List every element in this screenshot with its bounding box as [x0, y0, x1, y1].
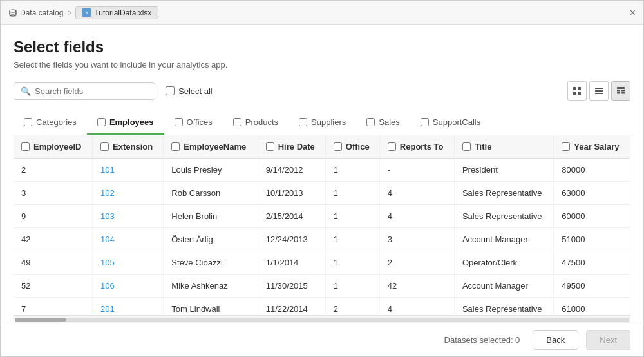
- col-header-extension: Extension: [93, 135, 164, 159]
- cell-employee_name: Östen Ärlig: [164, 228, 258, 251]
- tab-checkbox-suppliers[interactable]: [299, 118, 307, 126]
- tab-supportcalls[interactable]: SupportCalls: [410, 111, 491, 135]
- svg-rect-3: [573, 92, 576, 95]
- file-tab-label: TutorialData.xlsx: [94, 8, 151, 17]
- tab-checkbox-sales[interactable]: [366, 118, 375, 126]
- col-checkbox-office[interactable]: [334, 142, 342, 151]
- cell-employee_name: Mike Ashkenaz: [164, 275, 258, 298]
- tab-offices[interactable]: Offices: [164, 111, 223, 135]
- col-checkbox-employee_name[interactable]: [171, 142, 180, 151]
- table-container[interactable]: EmployeeIDExtensionEmployeeNameHire Date…: [14, 135, 630, 315]
- tab-label-sales: Sales: [379, 117, 400, 127]
- col-label-employee_name: EmployeeName: [184, 142, 246, 151]
- tab-categories[interactable]: Categories: [14, 111, 87, 135]
- col-checkbox-reports_to[interactable]: [388, 142, 396, 151]
- select-all-checkbox[interactable]: [166, 86, 175, 95]
- svg-rect-7: [595, 93, 603, 94]
- svg-rect-9: [617, 90, 620, 92]
- tab-checkbox-employees[interactable]: [97, 118, 106, 126]
- cell-year_salary: 60000: [554, 205, 630, 228]
- cell-office: 1: [325, 275, 379, 298]
- titlebar: Data catalog > X TutorialData.xlsx ×: [1, 1, 643, 25]
- cell-extension[interactable]: 101: [93, 159, 164, 182]
- breadcrumb-arrow: >: [67, 8, 71, 17]
- cell-extension[interactable]: 102: [93, 182, 164, 205]
- cell-extension[interactable]: 105: [93, 251, 164, 275]
- grid-view-button[interactable]: [567, 81, 587, 101]
- cell-hire_date: 2/15/2014: [258, 205, 325, 228]
- col-label-hire_date: Hire Date: [278, 142, 315, 151]
- cell-hire_date: 9/14/2012: [258, 159, 325, 182]
- cell-employee_id: 52: [14, 275, 93, 298]
- tab-checkbox-products[interactable]: [233, 118, 242, 126]
- tab-label-offices: Offices: [187, 117, 213, 127]
- file-tab[interactable]: X TutorialData.xlsx: [75, 6, 158, 19]
- list-view-button[interactable]: [589, 81, 609, 101]
- search-input[interactable]: [35, 86, 148, 96]
- page-subtitle: Select the fields you want to include in…: [14, 60, 630, 70]
- scrollbar-thumb[interactable]: [15, 318, 66, 322]
- horizontal-scrollbar[interactable]: [14, 315, 630, 323]
- tab-sales[interactable]: Sales: [356, 111, 410, 135]
- table-row: 3102Rob Carsson10/1/201314Sales Represen…: [14, 182, 630, 205]
- footer: Datasets selected: 0 Back Next: [1, 323, 643, 356]
- tab-employees[interactable]: Employees: [87, 111, 164, 135]
- cell-reports_to: 4: [379, 298, 454, 316]
- cell-reports_to: 4: [379, 205, 454, 228]
- tab-products[interactable]: Products: [223, 111, 289, 135]
- cell-office: 1: [325, 251, 379, 275]
- cell-extension[interactable]: 106: [93, 275, 164, 298]
- cell-office: 1: [325, 159, 379, 182]
- main-window: Data catalog > X TutorialData.xlsx × Sel…: [0, 0, 644, 357]
- cell-employee_id: 7: [14, 298, 93, 316]
- tab-label-employees: Employees: [109, 117, 154, 127]
- view-icons: [567, 81, 630, 101]
- svg-rect-6: [595, 90, 603, 92]
- col-checkbox-extension[interactable]: [100, 142, 109, 151]
- cell-extension[interactable]: 201: [93, 298, 164, 316]
- tabs-bar: CategoriesEmployeesOfficesProductsSuppli…: [14, 111, 630, 135]
- table-row: 7201Tom Lindwall11/22/201424Sales Repres…: [14, 298, 630, 316]
- cell-employee_id: 3: [14, 182, 93, 205]
- data-catalog-icon: Data catalog: [8, 8, 63, 17]
- toolbar: 🔍 Select all: [14, 81, 630, 101]
- tab-checkbox-categories[interactable]: [24, 118, 32, 126]
- tab-checkbox-supportcalls[interactable]: [421, 118, 429, 126]
- table-view-button[interactable]: [611, 81, 630, 101]
- tab-label-categories: Categories: [36, 117, 77, 127]
- svg-rect-8: [617, 87, 625, 89]
- cell-employee_id: 9: [14, 205, 93, 228]
- cell-office: 1: [325, 228, 379, 251]
- col-checkbox-title[interactable]: [462, 142, 471, 151]
- cell-hire_date: 11/22/2014: [258, 298, 325, 316]
- col-header-office: Office: [325, 135, 379, 159]
- tab-label-suppliers: Suppliers: [311, 117, 346, 127]
- col-header-reports_to: Reports To: [379, 135, 454, 159]
- cell-employee_name: Rob Carsson: [164, 182, 258, 205]
- search-icon: 🔍: [21, 86, 31, 96]
- cell-extension[interactable]: 103: [93, 205, 164, 228]
- svg-rect-1: [573, 87, 576, 90]
- datasets-selected-label: Datasets selected: 0: [444, 335, 520, 345]
- tab-checkbox-offices[interactable]: [175, 118, 183, 126]
- cell-employee_name: Louis Presley: [164, 159, 258, 182]
- back-button[interactable]: Back: [533, 330, 578, 350]
- svg-rect-12: [621, 92, 625, 94]
- col-checkbox-year_salary[interactable]: [562, 142, 570, 151]
- svg-rect-2: [578, 87, 581, 90]
- cell-title: Sales Representative: [454, 298, 553, 316]
- col-checkbox-employee_id[interactable]: [21, 142, 30, 151]
- select-all-area: Select all: [166, 86, 213, 96]
- col-checkbox-hire_date[interactable]: [266, 142, 274, 151]
- cell-title: Account Manager: [454, 275, 553, 298]
- col-header-employee_id: EmployeeID: [14, 135, 93, 159]
- close-button[interactable]: ×: [630, 7, 636, 19]
- list-icon: [594, 86, 603, 95]
- tab-suppliers[interactable]: Suppliers: [289, 111, 356, 135]
- svg-rect-4: [578, 92, 581, 95]
- data-catalog-label: Data catalog: [20, 8, 63, 17]
- next-button[interactable]: Next: [586, 330, 630, 350]
- col-label-extension: Extension: [113, 142, 153, 151]
- cell-extension[interactable]: 104: [93, 228, 164, 251]
- table-row: 52106Mike Ashkenaz11/30/2015142Account M…: [14, 275, 630, 298]
